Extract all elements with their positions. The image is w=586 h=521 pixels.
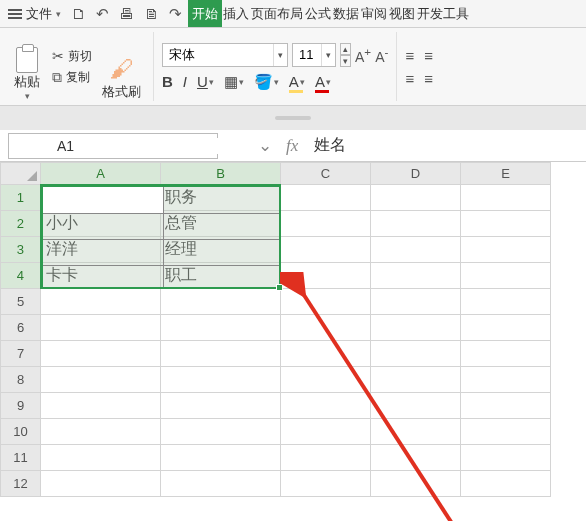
row-header-7[interactable]: 7 [1, 341, 41, 367]
ribbon-collapse-handle[interactable] [0, 106, 586, 130]
cell-E9[interactable] [461, 393, 551, 419]
cell-E7[interactable] [461, 341, 551, 367]
cell-D10[interactable] [371, 419, 461, 445]
chevron-down-icon[interactable]: ▾ [273, 44, 287, 66]
cancel-icon[interactable]: ⌄ [258, 135, 272, 156]
tab-公式[interactable]: 公式 [304, 0, 332, 27]
cell-E3[interactable] [461, 237, 551, 263]
tab-插入[interactable]: 插入 [222, 0, 250, 27]
grow-font-icon[interactable]: A+ [355, 45, 371, 65]
chevron-down-icon[interactable]: ▾ [25, 91, 30, 101]
cell-E4[interactable] [461, 263, 551, 289]
cell-C6[interactable] [281, 315, 371, 341]
chevron-down-icon[interactable]: ▾ [321, 44, 335, 66]
cell-C4[interactable] [281, 263, 371, 289]
paste-button[interactable]: 粘贴 ▾ [6, 32, 48, 101]
cell-B9[interactable] [161, 393, 281, 419]
cell-D7[interactable] [371, 341, 461, 367]
cell-E5[interactable] [461, 289, 551, 315]
cell-C8[interactable] [281, 367, 371, 393]
row-header-11[interactable]: 11 [1, 445, 41, 471]
align-middle-icon[interactable]: ≡ [424, 47, 433, 64]
col-header-C[interactable]: C [281, 163, 371, 185]
format-painter-button[interactable]: 🖌 格式刷 [96, 32, 147, 101]
row-header-6[interactable]: 6 [1, 315, 41, 341]
tab-数据[interactable]: 数据 [332, 0, 360, 27]
shrink-font-icon[interactable]: A- [375, 45, 388, 65]
underline-button[interactable]: U▾ [197, 73, 214, 90]
fill-color-button[interactable]: 🪣▾ [254, 73, 279, 91]
align-center-icon[interactable]: ≡ [424, 70, 433, 87]
highlight-button[interactable]: A▾ [289, 73, 305, 90]
copy-button[interactable]: ⧉ 复制 [48, 68, 96, 87]
tab-开始[interactable]: 开始 [188, 0, 222, 27]
cell-C2[interactable] [281, 211, 371, 237]
decrease-font-icon[interactable]: ▾ [340, 55, 351, 67]
row-header-4[interactable]: 4 [1, 263, 41, 289]
font-size-input[interactable] [293, 44, 321, 66]
file-menu[interactable]: 文件 ▾ [4, 0, 65, 27]
font-name-combo[interactable]: ▾ [162, 43, 288, 67]
cell-E2[interactable] [461, 211, 551, 237]
cell-B1[interactable]: 职务 [161, 185, 281, 211]
cell-C11[interactable] [281, 445, 371, 471]
cell-A6[interactable] [41, 315, 161, 341]
align-top-icon[interactable]: ≡ [405, 47, 414, 64]
cell-C3[interactable] [281, 237, 371, 263]
cell-B7[interactable] [161, 341, 281, 367]
cell-D9[interactable] [371, 393, 461, 419]
cell-A2[interactable]: 小小 [41, 211, 161, 237]
cell-B12[interactable] [161, 471, 281, 497]
cell-B6[interactable] [161, 315, 281, 341]
col-header-B[interactable]: B [161, 163, 281, 185]
cell-B8[interactable] [161, 367, 281, 393]
cell-E1[interactable] [461, 185, 551, 211]
cell-C7[interactable] [281, 341, 371, 367]
cell-A12[interactable] [41, 471, 161, 497]
name-box[interactable] [8, 133, 218, 159]
cell-B11[interactable] [161, 445, 281, 471]
select-all-corner[interactable] [1, 163, 41, 185]
font-color-button[interactable]: A▾ [315, 73, 331, 90]
cell-A3[interactable]: 洋洋 [41, 237, 161, 263]
cell-D8[interactable] [371, 367, 461, 393]
cell-D11[interactable] [371, 445, 461, 471]
cell-E12[interactable] [461, 471, 551, 497]
col-header-D[interactable]: D [371, 163, 461, 185]
col-header-A[interactable]: A [41, 163, 161, 185]
row-header-10[interactable]: 10 [1, 419, 41, 445]
cell-A11[interactable] [41, 445, 161, 471]
cell-D1[interactable] [371, 185, 461, 211]
cell-C1[interactable] [281, 185, 371, 211]
cell-C5[interactable] [281, 289, 371, 315]
font-size-combo[interactable]: ▾ [292, 43, 336, 67]
tab-页面布局[interactable]: 页面布局 [250, 0, 304, 27]
formula-content[interactable]: 姓名 [314, 135, 346, 156]
row-header-2[interactable]: 2 [1, 211, 41, 237]
cell-D6[interactable] [371, 315, 461, 341]
tab-开发工具[interactable]: 开发工具 [416, 0, 470, 27]
italic-button[interactable]: I [183, 73, 187, 90]
border-button[interactable]: ▦▾ [224, 73, 244, 91]
row-header-1[interactable]: 1 [1, 185, 41, 211]
cell-A10[interactable] [41, 419, 161, 445]
cell-B3[interactable]: 经理 [161, 237, 281, 263]
increase-font-icon[interactable]: ▴ [340, 43, 351, 55]
cell-C12[interactable] [281, 471, 371, 497]
cell-A4[interactable]: 卡卡 [41, 263, 161, 289]
tab-审阅[interactable]: 审阅 [360, 0, 388, 27]
row-header-9[interactable]: 9 [1, 393, 41, 419]
cell-C10[interactable] [281, 419, 371, 445]
font-name-input[interactable] [163, 44, 273, 66]
col-header-E[interactable]: E [461, 163, 551, 185]
cell-E8[interactable] [461, 367, 551, 393]
undo-icon[interactable]: ↶ [96, 5, 109, 23]
cell-A8[interactable] [41, 367, 161, 393]
tab-视图[interactable]: 视图 [388, 0, 416, 27]
cell-A7[interactable] [41, 341, 161, 367]
save-icon[interactable]: 🗋 [71, 5, 86, 22]
redo-icon[interactable]: ↷ [169, 5, 182, 23]
cell-B5[interactable] [161, 289, 281, 315]
cell-D5[interactable] [371, 289, 461, 315]
fx-icon[interactable]: fx [286, 136, 298, 156]
